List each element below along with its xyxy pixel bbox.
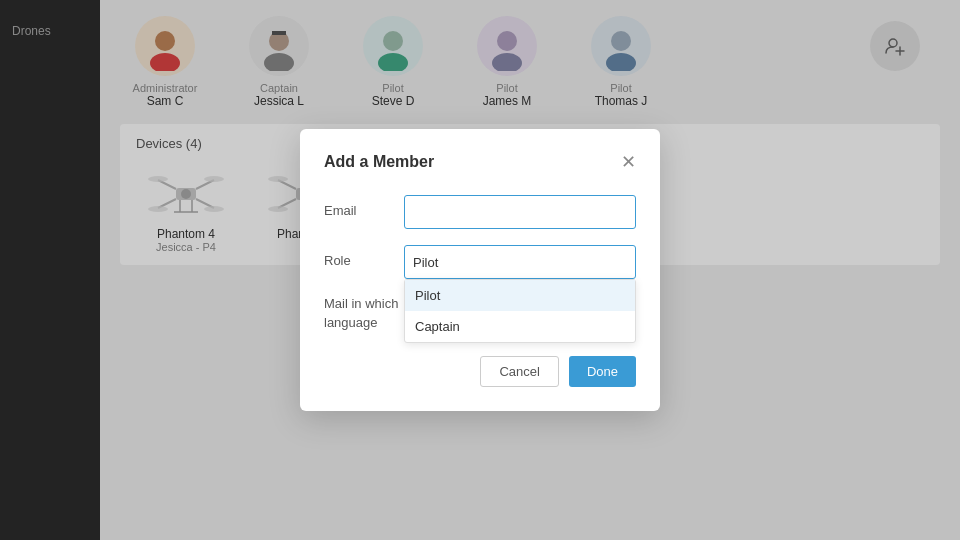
modal-header: Add a Member ✕ xyxy=(324,153,636,171)
add-member-modal: Add a Member ✕ Email Role Pilot Pilot Ca… xyxy=(300,129,660,410)
role-form-row: Role Pilot Pilot Captain xyxy=(324,245,636,279)
modal-footer: Cancel Done xyxy=(324,356,636,387)
modal-overlay: Add a Member ✕ Email Role Pilot Pilot Ca… xyxy=(0,0,960,540)
email-label: Email xyxy=(324,195,404,218)
email-form-row: Email xyxy=(324,195,636,229)
email-input[interactable] xyxy=(404,195,636,229)
role-label: Role xyxy=(324,245,404,268)
role-option-captain[interactable]: Captain xyxy=(405,311,635,342)
role-dropdown-wrapper: Pilot Pilot Captain xyxy=(404,245,636,279)
modal-title: Add a Member xyxy=(324,153,434,171)
modal-close-button[interactable]: ✕ xyxy=(621,153,636,171)
mail-language-label: Mail in which language xyxy=(324,295,404,331)
done-button[interactable]: Done xyxy=(569,356,636,387)
role-dropdown-selected[interactable]: Pilot xyxy=(404,245,636,279)
cancel-button[interactable]: Cancel xyxy=(480,356,558,387)
role-dropdown-menu: Pilot Captain xyxy=(404,279,636,343)
role-option-pilot[interactable]: Pilot xyxy=(405,280,635,311)
role-selected-text: Pilot xyxy=(413,255,438,270)
